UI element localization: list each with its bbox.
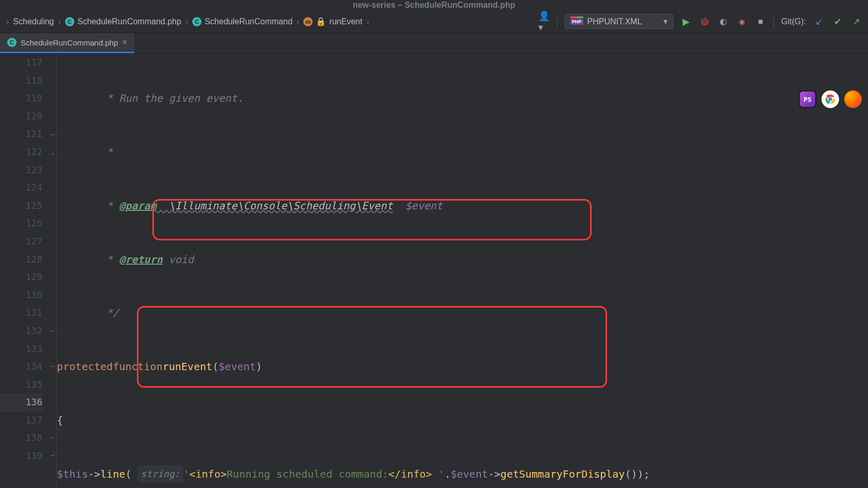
run-configuration-selector[interactable]: PHP PHPUNIT.XML ▾ bbox=[565, 14, 673, 29]
run-config-label: PHPUNIT.XML bbox=[587, 17, 659, 26]
profile-button[interactable]: ◉ bbox=[736, 16, 748, 27]
chevron-right-icon: › bbox=[58, 17, 61, 26]
fold-end-icon[interactable]: ⌐ bbox=[49, 358, 55, 364]
phpstorm-icon[interactable]: PS bbox=[799, 90, 816, 108]
divider bbox=[557, 16, 557, 27]
fold-column[interactable]: ⌐ ⌄ ⌐ ⌐ ⌐ ⌐ bbox=[48, 54, 57, 488]
git-commit-button[interactable]: ✔ bbox=[832, 16, 843, 27]
chevron-right-icon: › bbox=[297, 17, 299, 26]
tab-label: ScheduleRunCommand.php bbox=[21, 38, 118, 47]
close-icon[interactable]: × bbox=[122, 38, 127, 47]
phpunit-icon: PHP bbox=[570, 19, 583, 25]
breadcrumb-item[interactable]: C ScheduleRunCommand.php bbox=[65, 17, 181, 26]
user-icon[interactable]: 👤▾ bbox=[538, 16, 550, 27]
debug-button[interactable]: 🐞 bbox=[699, 16, 710, 27]
coverage-button[interactable]: ◐ bbox=[718, 16, 729, 27]
chevron-right-icon: › bbox=[6, 17, 9, 26]
fold-end-icon[interactable]: ⌐ bbox=[49, 429, 55, 435]
toolbar: › Scheduling › C ScheduleRunCommand.php … bbox=[0, 10, 868, 33]
firefox-icon[interactable] bbox=[844, 90, 862, 108]
gutter[interactable]: 117118119 120121122 123124125 126127128 … bbox=[0, 54, 57, 488]
method-icon: m bbox=[303, 17, 313, 26]
divider bbox=[773, 16, 774, 27]
git-update-button[interactable]: ↙ bbox=[813, 16, 825, 27]
editor: 117118119 120121122 123124125 126127128 … bbox=[0, 54, 868, 488]
fold-end-icon[interactable]: ⌐ bbox=[49, 447, 55, 453]
tab-file[interactable]: C ScheduleRunCommand.php × bbox=[0, 33, 134, 53]
breadcrumb: › Scheduling › C ScheduleRunCommand.php … bbox=[6, 17, 538, 26]
breadcrumb-item[interactable]: C ScheduleRunCommand bbox=[192, 17, 292, 26]
floating-toolbar: PS bbox=[799, 90, 862, 108]
php-class-icon: C bbox=[7, 38, 17, 47]
fold-end-icon[interactable]: ⌐ bbox=[49, 126, 55, 132]
chevron-right-icon: › bbox=[366, 17, 369, 26]
fold-start-icon[interactable]: ⌄ bbox=[49, 144, 55, 150]
chevron-down-icon: ▾ bbox=[663, 17, 668, 26]
php-class-icon: C bbox=[192, 17, 202, 26]
editor-tabs: C ScheduleRunCommand.php × bbox=[0, 33, 868, 54]
git-label: Git(G): bbox=[781, 17, 806, 26]
breadcrumb-item[interactable]: m 🔒 runEvent bbox=[303, 17, 362, 26]
breadcrumb-item[interactable]: Scheduling bbox=[13, 17, 54, 26]
svg-point-1 bbox=[828, 97, 832, 101]
run-button[interactable]: ▶ bbox=[680, 16, 692, 27]
stop-button[interactable]: ■ bbox=[755, 16, 766, 27]
git-push-button[interactable]: ↗ bbox=[850, 16, 862, 27]
window-title: new-series – ScheduleRunCommand.php bbox=[0, 0, 868, 10]
code-area[interactable]: * Run the given event. * * @param \Illum… bbox=[57, 54, 868, 488]
chevron-right-icon: › bbox=[185, 17, 188, 26]
php-class-icon: C bbox=[65, 17, 74, 26]
fold-end-icon[interactable]: ⌐ bbox=[49, 323, 55, 329]
chrome-icon[interactable] bbox=[822, 90, 839, 108]
